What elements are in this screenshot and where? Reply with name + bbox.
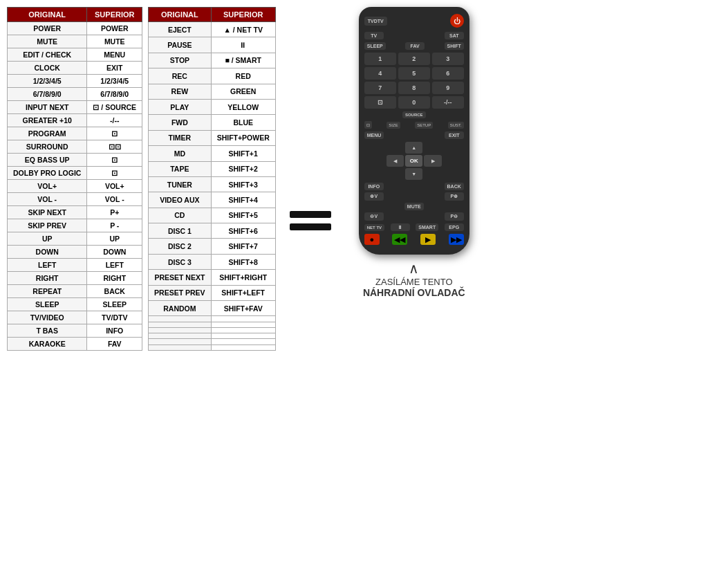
table1-row-23-superior: INFO (87, 324, 142, 338)
red-media-button[interactable]: ● (364, 234, 380, 245)
table2-row-19-superior (211, 316, 275, 322)
num-7[interactable]: 7 (364, 82, 396, 94)
epg-button[interactable]: EPG (445, 223, 464, 231)
num-dash[interactable]: -/-- (432, 96, 464, 109)
prog-down-button[interactable]: P⊖ (445, 212, 464, 221)
table2-row-5-original: PLAY (149, 99, 212, 114)
size-button[interactable]: SIZE (386, 122, 400, 129)
prog-up-button[interactable]: P⊕ (445, 192, 464, 201)
table1-row-3-superior: EXIT (87, 62, 142, 75)
ff-button[interactable]: ▶▶ (449, 234, 464, 245)
table1-header-original: ORIGINAL (8, 8, 87, 22)
num-4[interactable]: 4 (364, 67, 396, 80)
table2-row: TIMERSHIFT+POWER (149, 130, 276, 145)
nav-right-button[interactable]: ▶ (424, 155, 441, 167)
table2-row-4-superior: GREEN (211, 84, 275, 99)
vol-prog-row2: ⊖V P⊖ (364, 212, 464, 221)
net-tv-button[interactable]: NET TV (364, 224, 384, 231)
sust-button[interactable]: SUST. (448, 122, 464, 129)
table2-row-4-original: REW (149, 84, 212, 99)
num-5[interactable]: 5 (398, 67, 430, 80)
rewind-button[interactable]: ◀◀ (392, 234, 407, 245)
arrow-up-icon: ∧ (363, 261, 465, 275)
power-button[interactable]: ⏻ (450, 14, 464, 28)
table2-row-12-superior: SHIFT+5 (211, 208, 275, 223)
tvdtv-button[interactable]: TVDTV (364, 17, 387, 26)
num-6[interactable]: 6 (432, 67, 464, 80)
table2-row-23-original (149, 339, 212, 344)
table2-row-9-original: TAPE (149, 161, 212, 176)
table2-row-10-superior: SHIFT+3 (211, 176, 275, 192)
nav-empty-br (424, 168, 441, 180)
table1-row: CLOCKEXIT (8, 62, 142, 75)
table2-row-13-original: DISC 1 (149, 223, 212, 239)
back-button[interactable]: BACK (445, 183, 464, 190)
table1-row-11-superior: ⊡ (87, 167, 142, 180)
sat-button[interactable]: SAT (445, 32, 464, 39)
table2-row: PRESET NEXTSHIFT+RIGHT (149, 270, 276, 285)
source-button[interactable]: SOURCE (402, 111, 426, 118)
table1: ORIGINAL SUPERIOR POWERPOWERMUTEMUTEEDIT… (7, 7, 142, 351)
nav-cross: ▲ ◀ OK ▶ ▼ (386, 142, 442, 180)
table1-row: POWERPOWER (8, 22, 142, 35)
table2-row-19-original (149, 316, 212, 322)
menu-exit-row: MENU EXIT (364, 131, 464, 139)
info-button[interactable]: INFO (364, 183, 384, 190)
num-8[interactable]: 8 (398, 82, 430, 94)
num-2[interactable]: 2 (398, 53, 430, 65)
table2-row-1-superior: ⏸ (211, 37, 275, 53)
num-prev[interactable]: ⊡ (364, 96, 396, 109)
vol-up-button[interactable]: ⊕V (364, 192, 384, 201)
fav-button[interactable]: FAV (405, 42, 425, 50)
pause-media-button[interactable]: ⏸ (391, 223, 410, 231)
table1-row: TV/VIDEOTV/DTV (8, 311, 142, 324)
vol-down-button[interactable]: ⊖V (364, 212, 384, 221)
sleep-button[interactable]: SLEEP (364, 42, 386, 50)
num-9[interactable]: 9 (432, 82, 464, 94)
num-0[interactable]: 0 (398, 96, 430, 109)
vol-prog-row1: ⊕V P⊕ (364, 192, 464, 201)
small-btn-1[interactable]: ⊡ (364, 121, 372, 129)
table1-row-0-superior: POWER (87, 22, 142, 35)
table2-row: RECRED (149, 68, 276, 84)
table2-row: DISC 1SHIFT+6 (149, 223, 276, 239)
table2-row-12-original: CD (149, 208, 212, 223)
table1-row-2-original: EDIT / CHECK (8, 48, 87, 62)
menu-button[interactable]: MENU (364, 131, 384, 139)
nav-up-button[interactable]: ▲ (405, 142, 422, 154)
table1-row-13-original: VOL - (8, 193, 87, 206)
num-1[interactable]: 1 (364, 53, 396, 65)
table1-row: VOL+VOL+ (8, 180, 142, 193)
table1-row: SLEEPSLEEP (8, 298, 142, 311)
table2-row-21-superior (211, 327, 275, 333)
table2-row-17-original: PRESET PREV (149, 285, 212, 300)
table2-row-8-superior: SHIFT+1 (211, 146, 275, 161)
mute-button[interactable]: MUTE (404, 203, 424, 210)
table1-row-10-superior: ⊡ (87, 154, 142, 167)
equals-bar-top (290, 211, 331, 218)
table1-row-10-original: EQ BASS UP (8, 154, 87, 167)
table2-row-6-original: FWD (149, 115, 212, 130)
exit-button[interactable]: EXIT (445, 131, 464, 139)
tv-button[interactable]: TV (364, 32, 384, 39)
nav-ok-button[interactable]: OK (405, 155, 422, 167)
table1-row-6-original: INPUT NEXT (8, 101, 87, 114)
table2-row-6-superior: BLUE (211, 115, 275, 130)
table1-row-17-original: DOWN (8, 246, 87, 259)
nav-down-button[interactable]: ▼ (405, 168, 422, 180)
setup-button[interactable]: SETUP (415, 122, 433, 129)
table2-row-17-superior: SHIFT+LEFT (211, 285, 275, 300)
table1-row: PROGRAM⊡ (8, 127, 142, 140)
table2-row: TUNERSHIFT+3 (149, 176, 276, 192)
smart-button[interactable]: SMART (416, 223, 438, 231)
table2-row-22-original (149, 333, 212, 339)
table1-row: EQ BASS UP⊡ (8, 154, 142, 167)
nav-left-button[interactable]: ◀ (386, 155, 404, 167)
play-media-button[interactable]: ▶ (420, 234, 436, 245)
info-back-row: INFO BACK (364, 183, 464, 190)
table1-row-16-original: UP (8, 232, 87, 246)
shift-button[interactable]: SHIFT (445, 42, 464, 50)
num-3[interactable]: 3 (432, 53, 464, 65)
table1-row-20-original: REPEAT (8, 285, 87, 298)
table2-row: VIDEO AUXSHIFT+4 (149, 192, 276, 208)
